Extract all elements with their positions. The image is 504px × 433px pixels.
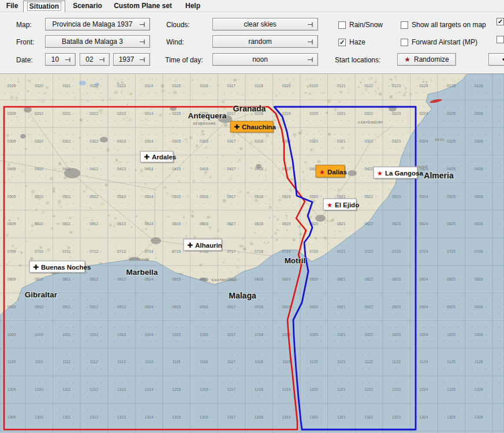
randomize-button[interactable]: ★ Randomize: [397, 53, 456, 66]
airfield-cross-icon: ✚: [144, 153, 150, 161]
svg-text:0916: 0916: [200, 305, 208, 309]
checkbox-box[interactable]: ✓: [338, 39, 346, 46]
cutoff-checkbox-bottom[interactable]: [496, 36, 504, 43]
dropdown-glyph-icon: [99, 57, 109, 63]
svg-text:0713: 0713: [117, 249, 126, 253]
svg-text:0811: 0811: [62, 277, 71, 281]
marker-la-gangosa[interactable]: ★La Gangosa: [374, 167, 423, 180]
situation-map[interactable]: 0109011001110112011301140115011601170118…: [0, 73, 504, 433]
svg-text:1224: 1224: [419, 387, 428, 391]
marker-ardales[interactable]: ✚Ardales: [140, 151, 176, 163]
svg-text:0709: 0709: [7, 249, 16, 253]
checkbox-box[interactable]: [401, 39, 408, 46]
marker-dalias[interactable]: ★Dalias: [316, 165, 347, 178]
clouds-dropdown[interactable]: clear skies: [212, 18, 318, 31]
svg-text:0323: 0323: [392, 139, 401, 143]
svg-text:0721: 0721: [337, 249, 346, 253]
svg-text:0619: 0619: [282, 222, 290, 226]
svg-text:1310: 1310: [35, 415, 43, 419]
svg-text:0116: 0116: [200, 84, 208, 88]
svg-text:1325: 1325: [447, 415, 456, 419]
tab-custom-plane-set[interactable]: Custom Plane set: [110, 1, 176, 12]
time-of-day-value: noon: [213, 55, 307, 64]
svg-text:1018: 1018: [255, 333, 263, 337]
svg-text:0518: 0518: [255, 195, 263, 199]
dropdown-glyph-icon: [307, 39, 318, 45]
svg-text:0110: 0110: [35, 84, 43, 88]
haze-checkbox[interactable]: ✓ Haze: [338, 38, 365, 46]
city-label-malaga: Malaga: [229, 291, 256, 300]
svg-text:0722: 0722: [364, 249, 373, 253]
svg-text:0624: 0624: [419, 222, 428, 226]
small-place-label: SEVENOAKS: [193, 122, 216, 125]
checkbox-box[interactable]: ✓: [496, 18, 504, 25]
svg-text:0517: 0517: [227, 195, 236, 199]
svg-text:1124: 1124: [420, 360, 428, 364]
svg-text:0920: 0920: [309, 305, 318, 309]
svg-text:0422: 0422: [364, 167, 373, 171]
svg-text:0112: 0112: [89, 84, 98, 88]
svg-text:0509: 0509: [7, 195, 16, 199]
marker-buenas-noches[interactable]: ✚Buenas Noches: [29, 261, 91, 274]
marker-alhaurin[interactable]: ✚Alhaurin: [184, 239, 223, 252]
svg-text:0911: 0911: [62, 305, 71, 309]
svg-text:1009: 1009: [7, 333, 16, 337]
svg-text:0822: 0822: [364, 277, 373, 281]
haze-label: Haze: [349, 38, 365, 46]
svg-text:1109: 1109: [8, 360, 16, 364]
forward-airstart-checkbox[interactable]: Forward Airstart (MP): [401, 38, 477, 46]
wind-dropdown[interactable]: random: [212, 35, 318, 48]
svg-text:0318: 0318: [255, 139, 263, 143]
svg-text:0510: 0510: [35, 195, 43, 199]
svg-text:0820: 0820: [309, 277, 318, 281]
svg-text:0311: 0311: [62, 139, 71, 143]
svg-text:0717: 0717: [227, 249, 236, 253]
checkbox-box[interactable]: [338, 21, 346, 29]
date-day-dropdown[interactable]: 10: [45, 53, 76, 66]
svg-text:0816: 0816: [200, 277, 208, 281]
svg-text:1014: 1014: [144, 333, 153, 337]
cutoff-checkbox-top[interactable]: ✓: [496, 18, 504, 25]
svg-text:1317: 1317: [227, 415, 236, 419]
svg-text:0726: 0726: [475, 249, 483, 253]
svg-text:1223: 1223: [392, 387, 401, 391]
time-of-day-dropdown[interactable]: noon: [212, 53, 318, 66]
svg-text:0511: 0511: [62, 195, 71, 199]
svg-text:0125: 0125: [447, 84, 456, 88]
svg-text:0121: 0121: [337, 84, 346, 88]
tab-scenario[interactable]: Scenario: [65, 1, 110, 12]
tab-help[interactable]: Help: [176, 1, 210, 12]
date-month-dropdown[interactable]: 02: [80, 53, 110, 66]
marker-el-ejido[interactable]: ★El Ejido: [323, 199, 359, 211]
show-all-targets-checkbox[interactable]: Show all targets on map: [401, 21, 486, 29]
svg-text:1119: 1119: [282, 360, 290, 364]
front-dropdown[interactable]: Batalla de Malaga 3: [45, 35, 150, 48]
lake: [79, 81, 86, 85]
city-label-marbella: Marbella: [126, 268, 158, 277]
svg-text:0626: 0626: [475, 222, 483, 226]
dropdown-glyph-icon: [139, 21, 150, 28]
tab-label: Custom Plane set: [114, 2, 172, 10]
svg-text:1222: 1222: [364, 387, 373, 391]
svg-text:0618: 0618: [255, 222, 263, 226]
svg-text:1319: 1319: [282, 415, 290, 419]
checkbox-box[interactable]: [496, 36, 504, 43]
cutoff-plus-button[interactable]: ✚: [488, 53, 504, 66]
svg-text:1216: 1216: [200, 387, 208, 391]
star-icon: ★: [319, 169, 325, 176]
small-place-label: DEAL: [435, 138, 445, 141]
marker-chauchina[interactable]: ✚Chauchina: [230, 121, 276, 133]
svg-text:0819: 0819: [282, 277, 290, 281]
front-label: Front:: [16, 38, 34, 46]
rain-snow-checkbox[interactable]: Rain/Snow: [338, 21, 383, 29]
svg-text:1112: 1112: [90, 360, 98, 364]
svg-text:1312: 1312: [89, 415, 98, 419]
date-year-dropdown[interactable]: 1937: [113, 53, 150, 66]
checkbox-box[interactable]: [401, 21, 408, 29]
svg-text:1020: 1020: [309, 333, 318, 337]
tab-situation[interactable]: Situation: [23, 1, 65, 12]
map-dropdown[interactable]: Provincia de Malaga 1937: [45, 18, 150, 31]
tab-file[interactable]: File: [1, 1, 23, 12]
svg-text:0723: 0723: [392, 249, 401, 253]
svg-text:0720: 0720: [309, 249, 318, 253]
